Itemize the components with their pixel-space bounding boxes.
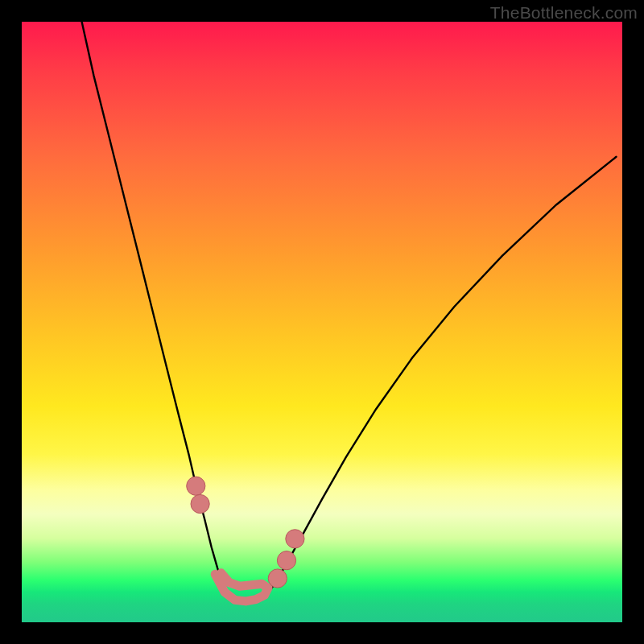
bottleneck-curve [82, 22, 617, 603]
chart-frame: TheBottleneck.com [0, 0, 644, 644]
marker-right-dot-3 [286, 530, 304, 548]
marker-right-dot-1 [268, 569, 287, 588]
marker-floor-blob [215, 573, 268, 601]
watermark-text: TheBottleneck.com [490, 3, 638, 23]
chart-svg [22, 22, 622, 622]
marker-group [187, 477, 304, 588]
marker-left-dot-2 [191, 494, 209, 513]
marker-left-dot-1 [187, 477, 205, 495]
marker-right-dot-2 [277, 551, 295, 570]
